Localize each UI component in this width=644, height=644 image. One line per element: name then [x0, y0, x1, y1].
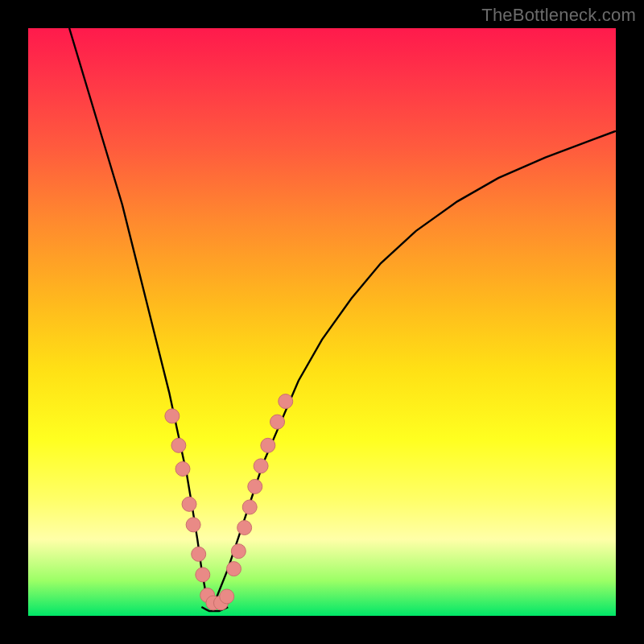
data-marker: [242, 500, 257, 514]
watermark-text: TheBottleneck.com: [481, 5, 636, 26]
curve-right-branch: [209, 131, 616, 607]
plot-area: [28, 28, 616, 616]
data-marker: [175, 462, 190, 477]
data-marker: [231, 544, 246, 559]
data-marker: [186, 518, 200, 532]
data-marker: [196, 568, 210, 582]
data-marker: [254, 459, 268, 473]
data-marker: [227, 562, 242, 576]
chart-frame: TheBottleneck.com: [0, 0, 644, 644]
data-marker: [237, 521, 252, 535]
chart-svg: [28, 28, 616, 616]
data-marker: [192, 547, 206, 561]
data-marker: [182, 497, 196, 511]
data-marker: [261, 438, 275, 452]
data-marker: [279, 394, 293, 409]
data-marker: [270, 415, 285, 429]
marker-group: [165, 394, 293, 610]
data-marker: [171, 438, 186, 452]
curve-group: [69, 28, 616, 611]
data-marker: [220, 589, 234, 604]
data-marker: [165, 409, 180, 423]
data-marker: [248, 479, 262, 493]
